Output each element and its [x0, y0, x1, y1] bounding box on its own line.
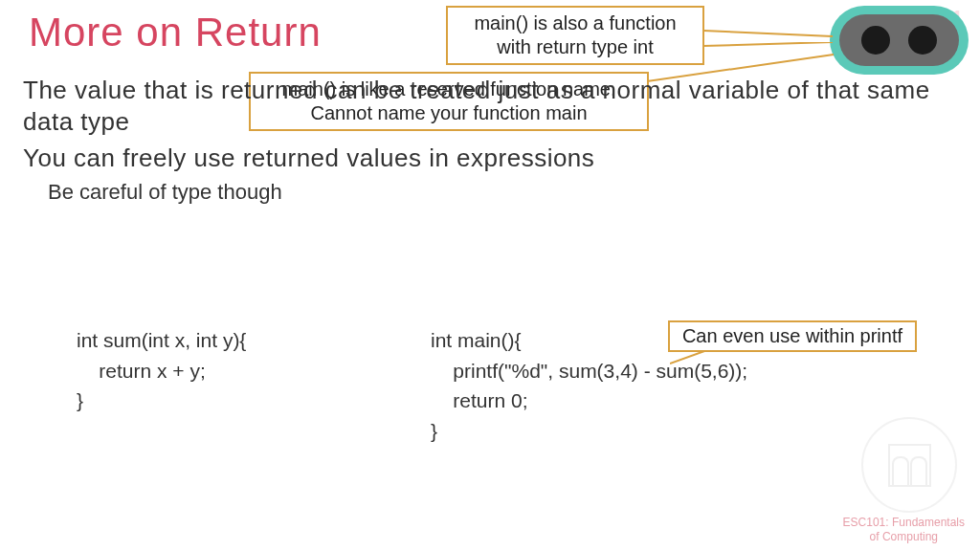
svg-line-0 [703, 31, 833, 36]
robot-icon [830, 6, 969, 75]
body-text-1: The value that is returned can be treate… [23, 75, 942, 137]
code-sum-function: int sum(int x, int y){ return x + y; } [77, 325, 246, 416]
sub-text: Be careful of type though [48, 180, 282, 205]
robot-eye-left [861, 26, 890, 55]
institute-logo [861, 417, 957, 513]
callout-printf: Can even use within printf [668, 320, 917, 352]
robot-eye-right [908, 26, 937, 55]
body-text-2: You can freely use returned values in ex… [23, 143, 942, 173]
svg-line-1 [703, 42, 833, 46]
footer-course: ESC101: Fundamentals of Computing [843, 516, 965, 543]
footer-line-2: of Computing [870, 530, 938, 543]
footer-line-1: ESC101: Fundamentals [843, 516, 965, 529]
page-title: More on Return [29, 10, 322, 55]
